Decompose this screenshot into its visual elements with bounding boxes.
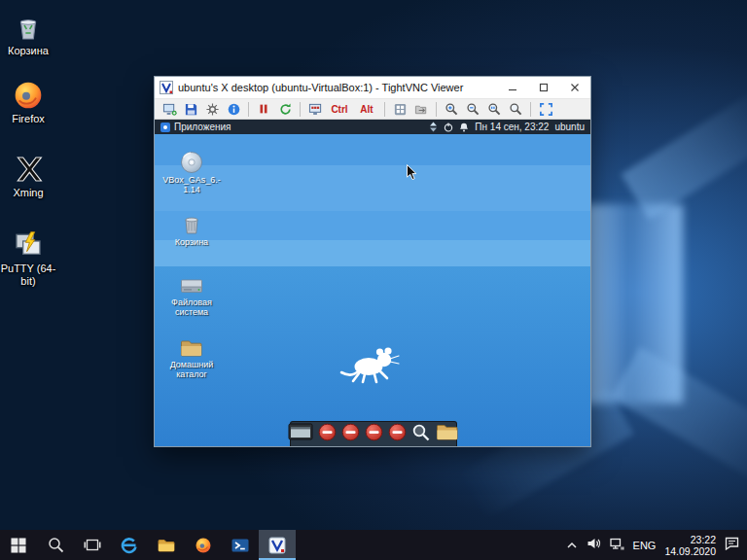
toolbar-separator [384,102,385,117]
tray-date: 14.09.2020 [664,545,716,557]
taskbar-tightvnc-button[interactable] [259,530,296,560]
dock-appfinder-button[interactable] [411,423,431,446]
toolbar-separator [248,102,249,117]
system-tray: ENG 23:22 14.09.2020 [558,530,747,560]
new-connection-button[interactable] [160,100,179,119]
mouse-cursor [407,164,417,185]
tightvnc-app-icon [160,81,173,94]
connection-options-button[interactable] [202,100,222,119]
taskbar-powershell-button[interactable] [222,530,259,560]
desktop-icon-putty[interactable]: PuTTY (64-bit) [0,229,56,288]
firefox-icon [0,80,56,111]
tray-time: 23:22 [664,534,716,545]
desktop-icon-recycle-bin[interactable]: Корзина [0,12,56,57]
dock-blocked-launcher-icon[interactable] [341,423,360,445]
applications-menu-label: Приложения [174,122,231,132]
start-button[interactable] [0,530,37,560]
volume-icon[interactable] [587,537,601,554]
trash-icon [160,213,223,236]
xfce-menu-icon [160,122,170,132]
ctrl-toggle-button[interactable]: Ctrl [327,100,352,119]
cd-disc-icon [160,151,223,174]
toolbar-separator [300,102,301,117]
desktop-icon-label: Xming [0,187,56,199]
desktop-icon-label: Корзина [160,237,223,247]
zoom-in-button[interactable] [442,100,461,119]
xfce-dock [290,421,457,446]
desktop-icon-label: VBox_GAs_6.-1.14 [160,175,223,194]
panel-power-icon[interactable] [444,122,453,132]
transfer-files-button[interactable] [411,100,431,119]
vnc-remote-desktop: Приложения Пн 14 сен, 23:22 ubuntu [155,120,590,446]
minimize-button[interactable] [497,77,528,98]
vnc-window-title: ubuntu's X desktop (ubuntu-VirtualBox:1)… [178,82,497,93]
send-ctrl-alt-del-button[interactable] [305,100,325,119]
fullscreen-button[interactable] [536,100,555,119]
desktop-icon-label: Корзина [0,45,56,57]
dock-file-manager-button[interactable] [436,423,459,445]
desktop-icon-xming[interactable]: Xming [0,154,56,199]
zoom-fit-button[interactable] [506,100,525,119]
alt-toggle-button[interactable]: Alt [354,100,379,119]
connection-info-button[interactable] [224,100,243,119]
xfce-mouse-logo [338,343,403,388]
dock-blocked-launcher-icon[interactable] [365,423,383,445]
action-center-button[interactable] [725,537,739,554]
desktop-icon-label: PuTTY (64-bit) [0,262,56,288]
vnc-toolbar: Ctrl Alt [155,98,590,120]
dock-blocked-launcher-icon[interactable] [318,423,337,445]
pause-button[interactable] [254,100,273,119]
search-button[interactable] [37,530,74,560]
desktop-icon-label: Firefox [0,113,56,125]
panel-notification-bell-icon[interactable] [459,122,469,132]
network-icon[interactable] [610,537,624,554]
save-session-button[interactable] [181,100,200,119]
home-folder-icon [160,337,223,359]
screen: Корзина Firefox Xming [0,0,747,560]
panel-username[interactable]: ubuntu [554,122,585,132]
xfce-panel: Приложения Пн 14 сен, 23:22 ubuntu [155,120,590,134]
close-button[interactable] [559,77,590,98]
applications-menu[interactable]: Приложения [160,122,231,132]
dock-terminal-button[interactable] [288,423,313,446]
taskbar-file-explorer-button[interactable] [148,530,185,560]
task-view-button[interactable] [74,530,111,560]
desktop-icon-vbox-cd[interactable]: VBox_GAs_6.-1.14 [160,151,223,194]
panel-updown-arrows-icon[interactable] [429,122,438,132]
language-indicator[interactable]: ENG [633,540,657,551]
recycle-bin-icon [0,12,56,43]
panel-clock[interactable]: Пн 14 сен, 23:22 [475,122,549,132]
xming-icon [0,154,56,185]
tray-expand-button[interactable] [566,537,578,554]
refresh-button[interactable] [275,100,295,119]
wallpaper-light-ray [621,87,747,220]
desktop-icon-home[interactable]: Домашний каталог [160,337,223,379]
toolbar-separator [436,102,437,117]
windows-taskbar: ENG 23:22 14.09.2020 [0,530,747,560]
desktop-icon-trash[interactable]: Корзина [160,213,223,247]
putty-icon [0,229,56,261]
vnc-titlebar[interactable]: ubuntu's X desktop (ubuntu-VirtualBox:1)… [155,77,590,98]
zoom-100-button[interactable] [484,100,504,119]
dock-blocked-launcher-icon[interactable] [388,423,407,445]
desktop-icon-label: Файловая система [160,298,223,317]
send-win-key-button[interactable] [390,100,409,119]
taskbar-edge-button[interactable] [111,530,148,560]
desktop-icon-firefox[interactable]: Firefox [0,80,56,125]
tray-clock[interactable]: 23:22 14.09.2020 [664,534,716,557]
zoom-out-button[interactable] [463,100,482,119]
tightvnc-window: ubuntu's X desktop (ubuntu-VirtualBox:1)… [154,76,591,447]
toolbar-separator [530,102,531,117]
desktop-icon-filesystem[interactable]: Файловая система [160,275,223,317]
maximize-button[interactable] [528,77,559,98]
hard-drive-icon [160,275,223,297]
desktop-icon-label: Домашний каталог [160,360,223,379]
taskbar-firefox-button[interactable] [185,530,222,560]
